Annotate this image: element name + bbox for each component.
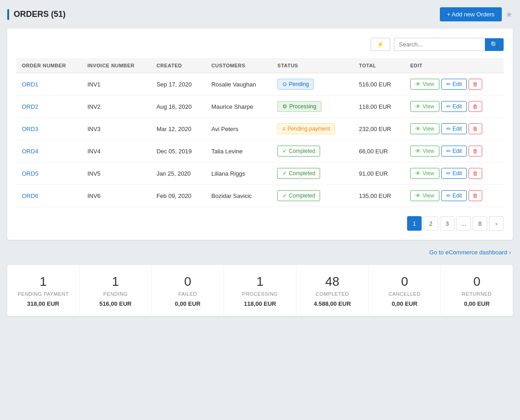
action-cell: 👁 View ✏ Edit 🗑 xyxy=(405,96,504,118)
col-created: CREATED xyxy=(151,58,206,73)
order-link[interactable]: ORD3 xyxy=(22,126,38,132)
stat-number: 1 xyxy=(84,274,147,289)
stat-item-returned: 0 RETURNED 0,00 EUR xyxy=(441,265,513,316)
title-bar-accent xyxy=(7,9,9,20)
stat-label: PENDING PAYMENT xyxy=(12,291,75,297)
stat-label: PROCESSING xyxy=(229,291,291,297)
total-cell: 118,00 EUR xyxy=(353,96,405,118)
action-group: 👁 View ✏ Edit 🗑 xyxy=(410,101,498,112)
stat-item-pending-payment: 1 PENDING PAYMENT 318,00 EUR xyxy=(7,265,80,316)
stat-number: 0 xyxy=(445,274,508,289)
page-1-button[interactable]: 1 xyxy=(407,216,422,231)
col-customers: CUSTOMERS xyxy=(206,58,272,73)
stat-label: PENDING xyxy=(84,291,147,297)
status-badge: ✓ Completed xyxy=(277,146,320,157)
col-order-number: ORDER NUMBER xyxy=(16,58,82,73)
pencil-icon: ✏ xyxy=(446,148,451,154)
order-link[interactable]: ORD4 xyxy=(22,148,38,155)
edit-button[interactable]: ✏ Edit xyxy=(441,101,467,112)
customer-cell: Bozidar Savicic xyxy=(206,185,272,207)
stat-number: 1 xyxy=(12,274,75,289)
stat-item-processing: 1 PROCESSING 118,00 EUR xyxy=(224,265,296,316)
page-2-button[interactable]: 2 xyxy=(423,216,438,231)
view-button[interactable]: 👁 View xyxy=(410,190,439,201)
action-cell: 👁 View ✏ Edit 🗑 xyxy=(405,140,504,162)
stat-label: CANCELLED xyxy=(373,291,436,297)
total-cell: 91,00 EUR xyxy=(353,162,405,185)
trash-icon: 🗑 xyxy=(473,81,478,87)
add-orders-button[interactable]: + Add new Orders xyxy=(440,7,502,21)
view-button[interactable]: 👁 View xyxy=(410,101,439,112)
view-button[interactable]: 👁 View xyxy=(410,146,439,157)
stat-label: COMPLETED xyxy=(301,291,364,297)
table-row: ORD3 INV3 Mar 12, 2020 Avi Peters ≡ Pend… xyxy=(16,118,504,140)
delete-button[interactable]: 🗑 xyxy=(469,190,482,201)
view-button[interactable]: 👁 View xyxy=(410,168,439,179)
eye-icon: 👁 xyxy=(415,170,421,177)
order-number-cell: ORD5 xyxy=(16,162,82,185)
delete-button[interactable]: 🗑 xyxy=(469,123,482,134)
action-cell: 👁 View ✏ Edit 🗑 xyxy=(405,118,504,140)
table-header: ORDER NUMBER INVOICE NUMBER CREATED CUST… xyxy=(16,58,504,73)
order-link[interactable]: ORD5 xyxy=(22,170,38,177)
delete-button[interactable]: 🗑 xyxy=(469,168,482,179)
edit-button[interactable]: ✏ Edit xyxy=(441,79,467,90)
status-cell: ≡ Pending payment xyxy=(272,118,353,140)
order-link[interactable]: ORD6 xyxy=(22,192,38,199)
edit-button[interactable]: ✏ Edit xyxy=(441,146,467,157)
filter-icon: ⚡ xyxy=(377,41,384,48)
stat-number: 1 xyxy=(229,274,291,289)
stat-amount: 4.588,00 EUR xyxy=(301,300,364,307)
invoice-number-cell: INV2 xyxy=(82,96,151,118)
search-input[interactable] xyxy=(394,38,485,51)
delete-button[interactable]: 🗑 xyxy=(469,146,482,157)
view-button[interactable]: 👁 View xyxy=(410,123,439,134)
search-button[interactable]: 🔍 xyxy=(485,38,504,51)
status-cell: ✓ Completed xyxy=(272,185,353,207)
delete-button[interactable]: 🗑 xyxy=(469,101,482,112)
stat-number: 0 xyxy=(373,274,436,289)
action-group: 👁 View ✏ Edit 🗑 xyxy=(410,168,498,179)
created-cell: Sep 17, 2020 xyxy=(151,73,206,96)
delete-button[interactable]: 🗑 xyxy=(469,79,482,90)
page-next-button[interactable]: › xyxy=(489,216,504,231)
col-total: TOTAL xyxy=(353,58,405,73)
order-number-cell: ORD3 xyxy=(16,118,82,140)
action-group: 👁 View ✏ Edit 🗑 xyxy=(410,190,498,201)
customer-cell: Rosalie Vaughan xyxy=(206,73,272,96)
stat-amount: 318,00 EUR xyxy=(12,300,75,307)
eye-icon: 👁 xyxy=(415,148,421,154)
order-link[interactable]: ORD2 xyxy=(22,103,38,110)
status-cell: ⊙ Pending xyxy=(272,73,353,96)
table-row: ORD2 INV2 Aug 16, 2020 Maurice Sharpe ⚙ … xyxy=(16,96,504,118)
edit-button[interactable]: ✏ Edit xyxy=(441,168,467,179)
page-8-button[interactable]: 8 xyxy=(473,216,487,231)
status-badge: ✓ Completed xyxy=(277,168,320,179)
table-row: ORD6 INV6 Feb 09, 2020 Bozidar Savicic ✓… xyxy=(16,185,504,207)
page-ellipsis: ... xyxy=(456,216,471,231)
ecommerce-dashboard-link[interactable]: Go to eCommerce dashboard › xyxy=(429,249,511,256)
status-badge: ✓ Completed xyxy=(277,190,320,201)
page-title-wrapper: ORDERS (51) xyxy=(7,9,66,20)
eye-icon: 👁 xyxy=(415,192,421,199)
search-wrapper: 🔍 xyxy=(394,38,504,51)
orders-table: ORDER NUMBER INVOICE NUMBER CREATED CUST… xyxy=(16,58,504,207)
action-cell: 👁 View ✏ Edit 🗑 xyxy=(405,162,504,185)
order-link[interactable]: ORD1 xyxy=(22,81,38,88)
customer-cell: Avi Peters xyxy=(206,118,272,140)
page-3-button[interactable]: 3 xyxy=(440,216,454,231)
pencil-icon: ✏ xyxy=(446,192,451,199)
favorite-star-icon[interactable]: ★ xyxy=(505,10,513,20)
trash-icon: 🗑 xyxy=(473,170,478,177)
stats-bar: 1 PENDING PAYMENT 318,00 EUR 1 PENDING 5… xyxy=(7,265,513,316)
view-button[interactable]: 👁 View xyxy=(410,79,439,90)
total-cell: 66,00 EUR xyxy=(353,140,405,162)
status-icon: ✓ xyxy=(282,170,287,177)
order-number-cell: ORD6 xyxy=(16,185,82,207)
customer-cell: Talia Levine xyxy=(206,140,272,162)
edit-button[interactable]: ✏ Edit xyxy=(441,190,467,201)
status-icon: ⊙ xyxy=(282,81,287,87)
trash-icon: 🗑 xyxy=(473,148,478,154)
edit-button[interactable]: ✏ Edit xyxy=(441,123,467,134)
filter-button[interactable]: ⚡ xyxy=(371,38,390,51)
